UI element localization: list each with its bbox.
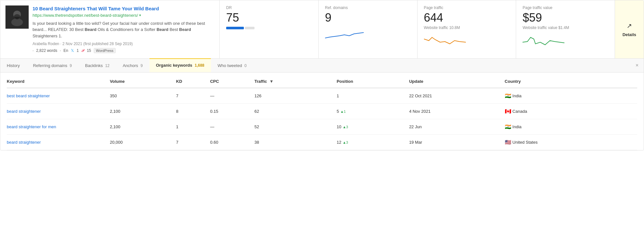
keyword-cell[interactable]: beard straightener for men (7, 119, 110, 135)
col-traffic[interactable]: Traffic ▼ (255, 75, 337, 88)
page-traffic-value-label: Page traffic value (523, 5, 608, 10)
article-text: 10 Beard Straighteners That Will Tame Yo… (33, 5, 214, 53)
dr-filled-bar (226, 27, 244, 29)
position-change: ▲3 (342, 125, 348, 129)
country-flag: 🇺🇸 (505, 139, 511, 145)
keyword-cell[interactable]: best beard straightener (7, 88, 110, 104)
twitter-icon: 𝕏 (71, 48, 74, 53)
keywords-table: Keyword Volume KD CPC Traffic ▼ (7, 75, 637, 150)
country-flag: 🇮🇳 (505, 124, 511, 130)
table-row: best beard straightener 350 7 — 126 1 22… (7, 88, 637, 104)
traffic-cell: 62 (255, 104, 337, 119)
kd-cell: 7 (176, 135, 210, 150)
tab-history[interactable]: History (0, 59, 26, 72)
kd-cell: 1 (176, 119, 210, 135)
keyword-cell[interactable]: beard straightener (7, 104, 110, 119)
col-volume[interactable]: Volume (110, 75, 176, 88)
position-cell: 5▲1 (337, 104, 409, 119)
article-tags: · 2,822 words · En 𝕏 1 𝒫 15 WordPress (33, 48, 214, 53)
page-traffic-value-sub: Website traffic value $1.4M (523, 25, 608, 30)
update-cell: 22 Oct 2021 (409, 88, 505, 104)
article-description: Is your beard looking a little too wild?… (33, 20, 214, 39)
page-traffic-sub: Website traffic 10.8M (424, 25, 510, 30)
tab-anchors[interactable]: Anchors 9 (116, 59, 149, 72)
col-keyword[interactable]: Keyword (7, 75, 110, 88)
tab-organic-keywords[interactable]: Organic keywords 1,688 (149, 58, 211, 72)
twitter-count: 1 (77, 48, 79, 53)
country-cell: 🇮🇳India (505, 88, 637, 104)
volume-cell: 2,100 (110, 119, 176, 135)
article-title[interactable]: 10 Beard Straighteners That Will Tame Yo… (33, 5, 214, 12)
close-button[interactable]: × (630, 59, 644, 72)
country-cell: 🇮🇳India (505, 119, 637, 135)
country-name: India (513, 124, 522, 129)
col-country[interactable]: Country (505, 75, 637, 88)
table-row: beard straightener 20,000 7 0.60 38 12▲3… (7, 135, 637, 150)
article-thumbnail (5, 5, 29, 29)
volume-cell: 2,100 (110, 104, 176, 119)
traffic-cell: 126 (255, 88, 337, 104)
update-cell: 4 Nov 2021 (409, 104, 505, 119)
dr-empty-bar (245, 27, 255, 29)
language: En (63, 48, 68, 53)
dr-value: 75 (226, 11, 312, 24)
col-update[interactable]: Update (409, 75, 505, 88)
table-row: beard straightener for men 2,100 1 — 52 … (7, 119, 637, 135)
page-traffic-value-value: $59 (523, 11, 608, 24)
country-cell: 🇨🇦Canada (505, 104, 637, 119)
cpc-cell: — (210, 88, 254, 104)
page-traffic-metric: Page traffic 644 Website traffic 10.8M (417, 0, 516, 58)
cpc-cell: 0.60 (210, 135, 254, 150)
details-button[interactable]: ↗ Details (615, 0, 644, 58)
country-flag: 🇮🇳 (505, 93, 511, 99)
article-url[interactable]: https://www.thetrendspotter.net/best-bea… (33, 13, 214, 18)
update-cell: 22 Jun (409, 119, 505, 135)
tab-referring-domains[interactable]: Referring domains 9 (26, 59, 79, 72)
article-info: 10 Beard Straighteners That Will Tame Yo… (0, 0, 219, 58)
page-traffic-value-chart (523, 33, 608, 49)
ref-domains-metric: Ref. domains 9 (318, 0, 417, 58)
cpc-cell: — (210, 119, 254, 135)
keywords-table-section: Keyword Volume KD CPC Traffic ▼ (0, 75, 644, 150)
dr-metric: DR 75 (219, 0, 318, 58)
word-count: 2,822 words (36, 48, 57, 53)
article-meta: Arabella Roden · 2 Nov 2021 (first publi… (33, 42, 214, 46)
country-name: Canada (513, 109, 527, 114)
kd-cell: 8 (176, 104, 210, 119)
update-cell: 19 Mar (409, 135, 505, 150)
dr-label: DR (226, 5, 312, 10)
table-row: beard straightener 2,100 8 0.15 62 5▲1 4… (7, 104, 637, 119)
country-name: United States (513, 140, 538, 145)
details-label: Details (622, 32, 636, 37)
pinterest-icon: 𝒫 (81, 48, 84, 53)
col-position[interactable]: Position (337, 75, 409, 88)
position-cell: 1 (337, 88, 409, 104)
url-arrow-icon: ▾ (139, 13, 141, 17)
dr-bar (226, 27, 312, 29)
tab-backlinks[interactable]: Backlinks 12 (79, 59, 116, 72)
traffic-cell: 38 (255, 135, 337, 150)
country-cell: 🇺🇸United States (505, 135, 637, 150)
page-traffic-label: Page traffic (424, 5, 510, 10)
position-change: ▲1 (340, 110, 346, 113)
tab-bar: History Referring domains 9 Backlinks 12… (0, 59, 644, 72)
trend-icon: ↗ (627, 22, 632, 30)
platform-badge: WordPress (94, 48, 116, 53)
traffic-sort-icon: ▼ (269, 79, 274, 84)
position-cell: 12▲3 (337, 135, 409, 150)
page-traffic-value-metric: Page traffic value $59 Website traffic v… (516, 0, 615, 58)
keyword-cell[interactable]: beard straightener (7, 135, 110, 150)
svg-point-2 (11, 18, 23, 26)
position-cell: 10▲3 (337, 119, 409, 135)
col-cpc[interactable]: CPC (210, 75, 254, 88)
col-kd[interactable]: KD (176, 75, 210, 88)
kd-cell: 7 (176, 88, 210, 104)
position-change: ▲3 (342, 140, 348, 144)
ref-domains-value: 9 (325, 11, 411, 24)
traffic-cell: 52 (255, 119, 337, 135)
tab-who-tweeted[interactable]: Who tweeted 0 (211, 59, 253, 72)
volume-cell: 20,000 (110, 135, 176, 150)
pinterest-count: 15 (87, 48, 91, 53)
volume-cell: 350 (110, 88, 176, 104)
ref-domains-chart (325, 27, 411, 43)
